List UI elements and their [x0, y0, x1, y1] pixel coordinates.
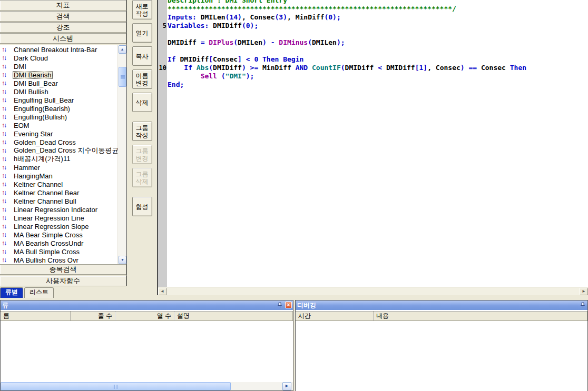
- code-token: DIMinus: [279, 38, 308, 46]
- list-item-label: EOM: [13, 122, 31, 129]
- compose-button[interactable]: 합성: [132, 197, 152, 216]
- list-item[interactable]: ↑↓Keltner Channel: [0, 180, 126, 188]
- list-item[interactable]: ↑↓Linear Regression Line: [0, 214, 126, 222]
- scroll-up-button[interactable]: ▲: [119, 45, 126, 54]
- list-item[interactable]: ↑↓h배꼽시계(가격)11: [0, 155, 126, 163]
- code-token: ] < 0: [238, 55, 262, 63]
- updown-arrows-icon: ↑↓: [0, 214, 13, 222]
- code-token: DMIDiff: [213, 64, 242, 72]
- column-header[interactable]: 시간: [296, 312, 374, 320]
- list-item-label: DMI Bull_Bear: [13, 79, 59, 87]
- down-arrow-icon: ↓: [4, 46, 6, 53]
- sidebar-tab-system[interactable]: 시스템: [0, 33, 126, 44]
- close-icon[interactable]: ×: [285, 302, 292, 308]
- pin-icon[interactable]: [580, 302, 586, 308]
- down-arrow-icon: ↓: [4, 248, 6, 255]
- list-item[interactable]: ↑↓Keltner Channel Bull: [0, 197, 126, 205]
- column-header[interactable]: 열 수: [115, 312, 174, 320]
- column-header[interactable]: 줄 수: [71, 312, 115, 320]
- tab-list[interactable]: 리스트: [24, 287, 54, 298]
- debug-panel-body: [296, 321, 587, 391]
- delete-button[interactable]: 삭제: [132, 93, 152, 112]
- code-token: MinDiff: [262, 64, 296, 72]
- scroll-right-button[interactable]: ►: [580, 288, 588, 295]
- list-item[interactable]: ↑↓Golden_Dead Cross: [0, 138, 126, 146]
- app-window: 지표검색강조시스템 ↑↓Channel Breakout Intra-Bar↑↓…: [0, 0, 588, 391]
- sidebar-tab-highlight[interactable]: 강조: [0, 22, 126, 33]
- code-token: , Consec: [242, 13, 275, 21]
- list-item-label: h배꼽시계(가격)11: [13, 154, 71, 164]
- sidebar-tab-user-function[interactable]: 사용자함수: [0, 276, 126, 286]
- list-item-label: Linear Regression Line: [13, 214, 85, 222]
- scroll-thumb[interactable]: [1, 382, 231, 390]
- sidebar-tab-indicator[interactable]: 지표: [0, 0, 126, 11]
- code-token: , Consec: [427, 64, 460, 72]
- code-token: Abs: [192, 64, 209, 72]
- list-item[interactable]: ↑↓Engulfing(Bullish): [0, 113, 126, 121]
- list-item[interactable]: ↑↓Evening Star: [0, 129, 126, 138]
- code-token: ****************************************…: [168, 5, 456, 13]
- list-item[interactable]: ↑↓Engulfing Bull_Bear: [0, 96, 126, 104]
- open-button[interactable]: 열기: [132, 23, 152, 43]
- list-item[interactable]: ↑↓EOM: [0, 121, 126, 129]
- code-token: , MinDiff: [287, 13, 324, 21]
- sidebar: 지표검색강조시스템 ↑↓Channel Breakout Intra-Bar↑↓…: [0, 0, 127, 286]
- list-item[interactable]: ↑↓Dark Cloud: [0, 54, 126, 62]
- bottom-tab-strip: 류별리스트: [0, 287, 54, 298]
- list-item-label: MA Bull Simple Cross: [13, 248, 81, 256]
- list-item-label: Engulfing(Bullish): [13, 113, 68, 121]
- updown-arrows-icon: ↑↓: [0, 206, 13, 213]
- list-item-label: DMI Bearish: [13, 71, 53, 79]
- debug-panel-header: 시간내용: [296, 311, 587, 321]
- scroll-down-button[interactable]: ▼: [119, 256, 126, 264]
- list-item[interactable]: ↑↓MA Bearish CrossUndr: [0, 239, 126, 247]
- down-arrow-icon: ↓: [4, 197, 6, 205]
- code-token: (: [341, 64, 345, 72]
- rename-button[interactable]: 이름 변경: [132, 69, 152, 89]
- updown-arrows-icon: ↑↓: [0, 54, 13, 62]
- list-item[interactable]: ↑↓DMI Bull_Bear: [0, 79, 126, 87]
- tab-by-category[interactable]: 류별: [0, 287, 23, 298]
- scroll-left-button[interactable]: ◄: [158, 288, 166, 295]
- list-item[interactable]: ↑↓Golden_Dead Cross 지수이동평균: [0, 146, 126, 155]
- list-item[interactable]: ↑↓DMI Bearish: [0, 71, 126, 79]
- list-item[interactable]: ↑↓Linear Regression Slope: [0, 222, 126, 230]
- column-header[interactable]: 름: [1, 312, 71, 320]
- sidebar-tab-stock-search[interactable]: 종목검색: [0, 264, 126, 275]
- list-item-label: MA Bear Simple Cross: [13, 231, 84, 239]
- list-item[interactable]: ↑↓Hammer: [0, 163, 126, 172]
- list-item-label: Keltner Channel Bull: [13, 197, 77, 205]
- down-arrow-icon: ↓: [4, 105, 6, 112]
- code-line: Description : DMI Short Entry: [168, 0, 588, 5]
- list-item[interactable]: ↑↓HangingMan: [0, 172, 126, 180]
- column-header[interactable]: 내용: [374, 312, 587, 320]
- list-item[interactable]: ↑↓DMI: [0, 62, 126, 71]
- code-token: (0);: [324, 13, 340, 21]
- list-item[interactable]: ↑↓DMI Bullish: [0, 87, 126, 96]
- copy-button[interactable]: 복사: [132, 46, 152, 66]
- scroll-thumb[interactable]: [119, 67, 126, 87]
- updown-arrows-icon: ↑↓: [0, 79, 13, 87]
- scroll-right-button[interactable]: ►: [282, 382, 291, 390]
- create-group-button[interactable]: 그룹 작성: [132, 122, 152, 141]
- list-item[interactable]: ↑↓Channel Breakout Intra-Bar: [0, 45, 126, 54]
- list-item[interactable]: ↑↓Linear Regression Indicator: [0, 205, 126, 214]
- pin-icon[interactable]: [277, 302, 283, 308]
- new-button[interactable]: 새로 작성: [132, 0, 152, 19]
- list-item[interactable]: ↑↓MA Bear Simple Cross: [0, 230, 126, 239]
- list-item[interactable]: ↑↓Keltner Channel Bear: [0, 188, 126, 197]
- list-item-label: DMI: [13, 63, 27, 71]
- code-text-area[interactable]: Description : DMI Short Entry***********…: [167, 0, 588, 287]
- line-number: [158, 47, 167, 55]
- list-item[interactable]: ↑↓MA Bull Simple Cross: [0, 247, 126, 256]
- updown-arrows-icon: ↑↓: [0, 181, 13, 188]
- code-token: DMILen: [312, 38, 337, 46]
- sidebar-tab-search[interactable]: 검색: [0, 11, 126, 22]
- code-editor[interactable]: 5 10 Description : DMI Short Entry******…: [158, 0, 588, 287]
- down-arrow-icon: ↓: [4, 155, 6, 163]
- list-item[interactable]: ↑↓Engulfing(Bearish): [0, 104, 126, 113]
- list-item[interactable]: ↑↓MA Bullish Cross Ovr: [0, 256, 126, 264]
- column-header[interactable]: 설명: [174, 312, 293, 320]
- line-number: 5: [158, 22, 167, 30]
- list-item-label: MA Bullish Cross Ovr: [13, 256, 80, 264]
